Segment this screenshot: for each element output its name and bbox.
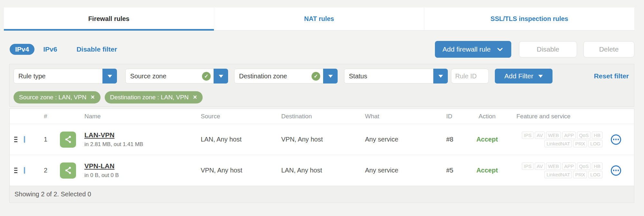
row-checkbox[interactable] [24, 167, 25, 174]
destination-zone-dropdown[interactable]: Destination zone ✓ [234, 69, 338, 83]
header-destination: Destination [279, 113, 362, 120]
feature-badge: AV [535, 162, 545, 170]
filter-applied-check-icon: ✓ [312, 72, 320, 81]
feature-badge: APP [562, 162, 576, 170]
filter-panel: Rule type Source zone ✓ Destination zone… [9, 64, 634, 107]
header-id: ID [443, 113, 468, 120]
add-firewall-rule-label: Add firewall rule [443, 45, 491, 53]
rule-type-dropdown-arrow[interactable] [102, 69, 117, 83]
feature-badge: QoS [577, 162, 591, 170]
rule-source: LAN, Any host [198, 136, 279, 143]
chevron-down-icon [108, 75, 112, 78]
rule-service: Any service [362, 167, 443, 174]
network-share-icon [60, 132, 76, 148]
feature-badge: LinkedNAT [544, 171, 572, 178]
feature-badge: WEB [546, 162, 561, 170]
toolbar: IPv4 IPv6 Disable filter Add firewall ru… [10, 41, 634, 58]
rule-action: Accept [468, 136, 506, 143]
row-number: 1 [38, 136, 53, 143]
header-number: # [38, 113, 53, 120]
disable-button[interactable]: Disable [519, 41, 577, 57]
rule-traffic-stats: in 2.81 MB, out 1.41 MB [84, 141, 198, 148]
source-zone-dropdown-label: Source zone [126, 73, 202, 80]
row-number: 2 [38, 167, 53, 174]
feature-badge: PRX [573, 171, 587, 178]
filter-row: Rule type Source zone ✓ Destination zone… [14, 69, 630, 83]
table-row: 2 VPN-LAN in 0 B, out 0 B VPN, Any host … [10, 155, 634, 186]
tab-firewall-rules[interactable]: Firewall rules [4, 7, 214, 30]
close-icon[interactable]: ✕ [193, 95, 197, 100]
source-zone-dropdown[interactable]: Source zone ✓ [125, 69, 228, 83]
header-feature-and-service: Feature and service [506, 113, 602, 120]
add-filter-label: Add Filter [505, 72, 533, 80]
table-footer-status: Showing 2 of 2. Selected 0 [10, 186, 634, 202]
feature-badge: IPS [522, 132, 533, 139]
drag-handle-icon[interactable] [14, 168, 17, 173]
chevron-down-icon [328, 75, 333, 78]
rule-source: VPN, Any host [198, 167, 279, 174]
ipv4-toggle[interactable]: IPv4 [10, 44, 34, 55]
rule-type-dropdown[interactable]: Rule type [14, 69, 117, 83]
filter-chip-destination-zone: Destination zone : LAN, VPN ✕ [105, 91, 203, 103]
feature-badges: IPSAVWEBAPPQoSHB LinkedNATPRXLOG [506, 162, 602, 179]
disable-filter-link[interactable]: Disable filter [76, 45, 117, 53]
feature-badge: IPS [522, 162, 533, 170]
status-dropdown-arrow[interactable] [433, 69, 448, 83]
feature-badges: IPSAVWEBAPPQoSHB LinkedNATPRXLOG [506, 131, 602, 148]
filter-applied-check-icon: ✓ [202, 72, 211, 81]
ipv6-toggle[interactable]: IPv6 [43, 45, 57, 53]
filter-chip-label: Source zone : LAN, VPN [19, 94, 86, 101]
header-what: What [362, 113, 443, 120]
rules-tab-bar: Firewall rules NAT rules SSL/TLS inspect… [4, 7, 634, 31]
close-icon[interactable]: ✕ [91, 95, 95, 100]
chevron-down-icon [438, 75, 443, 78]
feature-badge: HB [592, 132, 602, 139]
more-actions-button[interactable] [611, 134, 621, 145]
rule-id: #8 [443, 136, 468, 143]
feature-badge: APP [562, 132, 576, 139]
rule-id: #5 [443, 167, 468, 174]
feature-badge: WEB [546, 132, 561, 139]
feature-badge: PRX [573, 140, 587, 147]
status-dropdown-label: Status [344, 73, 433, 80]
tab-ssl-tls-inspection-rules[interactable]: SSL/TLS inspection rules [424, 7, 634, 30]
rule-action: Accept [468, 167, 506, 174]
feature-badge: LOG [588, 171, 602, 178]
feature-badge: QoS [577, 132, 591, 139]
delete-button[interactable]: Delete [583, 41, 634, 57]
rule-name-link[interactable]: VPN-LAN [84, 162, 114, 170]
reset-filter-link[interactable]: Reset filter [594, 72, 629, 80]
add-firewall-rule-button[interactable]: Add firewall rule [435, 41, 511, 58]
rule-name-link[interactable]: LAN-VPN [84, 131, 114, 139]
feature-badge: HB [592, 162, 602, 170]
source-zone-dropdown-arrow[interactable] [214, 69, 228, 83]
add-filter-button[interactable]: Add Filter [495, 69, 553, 83]
rule-destination: LAN, Any host [279, 167, 362, 174]
feature-badge: LinkedNAT [544, 140, 572, 147]
row-checkbox[interactable] [24, 136, 25, 143]
table-row: 1 LAN-VPN in 2.81 MB, out 1.41 MB LAN, A… [10, 124, 634, 155]
feature-badge: AV [535, 132, 545, 139]
header-name: Name [82, 113, 198, 120]
chevron-down-icon [219, 75, 223, 78]
rule-destination: VPN, Any host [279, 136, 362, 143]
rule-service: Any service [362, 136, 443, 143]
network-share-icon [60, 162, 76, 179]
tab-nat-rules[interactable]: NAT rules [214, 7, 424, 30]
filter-chip-label: Destination zone : LAN, VPN [110, 94, 189, 101]
table-header-row: # Name Source Destination What ID Action… [10, 109, 634, 124]
chevron-down-icon [496, 46, 504, 53]
header-source: Source [198, 113, 279, 120]
destination-zone-dropdown-arrow[interactable] [323, 69, 338, 83]
filter-chip-source-zone: Source zone : LAN, VPN ✕ [14, 91, 101, 103]
firewall-rules-table: # Name Source Destination What ID Action… [9, 109, 634, 203]
feature-badge: LOG [588, 140, 602, 147]
active-filter-chips: Source zone : LAN, VPN ✕ Destination zon… [14, 91, 630, 103]
header-action: Action [468, 113, 506, 120]
more-actions-button[interactable] [611, 165, 621, 176]
rule-type-dropdown-label: Rule type [14, 73, 102, 80]
drag-handle-icon[interactable] [14, 137, 17, 142]
chevron-down-icon [538, 75, 543, 78]
rule-id-input[interactable] [451, 69, 489, 83]
status-dropdown[interactable]: Status [344, 69, 448, 83]
